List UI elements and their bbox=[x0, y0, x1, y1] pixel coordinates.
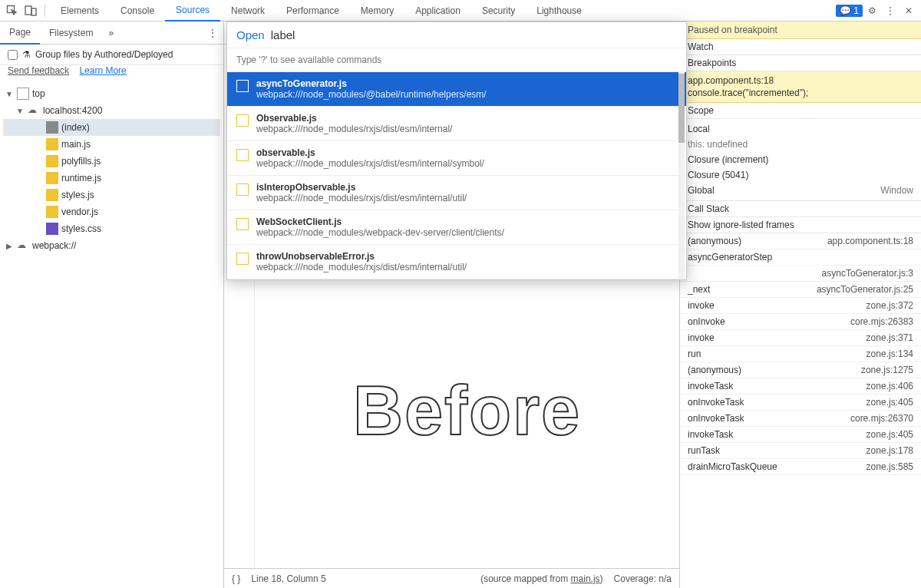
file-icon bbox=[46, 223, 58, 235]
callstack-section[interactable]: Call Stack bbox=[680, 201, 921, 217]
inspect-icon[interactable] bbox=[3, 2, 21, 20]
stack-frame[interactable]: runTaskzone.js:178 bbox=[680, 443, 921, 459]
file-icon bbox=[236, 149, 249, 161]
scope-local[interactable]: Local this: undefined Closure (increment… bbox=[680, 119, 921, 201]
cloud-icon: ☁ bbox=[17, 239, 29, 252]
file-icon bbox=[46, 172, 58, 184]
tree-file[interactable]: polyfills.js bbox=[3, 153, 220, 170]
quick-open-results: asyncToGenerator.jswebpack:///node_modul… bbox=[227, 72, 686, 279]
tab-performance[interactable]: Performance bbox=[276, 0, 350, 21]
stack-frame[interactable]: _nextasyncToGenerator.js:25 bbox=[680, 282, 921, 298]
stack-frame[interactable]: invokeTaskzone.js:406 bbox=[680, 378, 921, 395]
stack-frame[interactable]: asyncGeneratorStep bbox=[680, 249, 921, 266]
quick-open-item[interactable]: observable.jswebpack:///node_modules/rxj… bbox=[227, 141, 686, 176]
tree-file[interactable]: styles.css bbox=[3, 220, 220, 237]
stack-frame[interactable]: (anonymous)app.component.ts:18 bbox=[680, 233, 921, 249]
quick-open-item[interactable]: WebSocketClient.jswebpack:///node_module… bbox=[227, 210, 686, 245]
pretty-print-icon[interactable]: { } bbox=[232, 573, 240, 584]
kebab-icon[interactable]: ⋮ bbox=[881, 2, 900, 20]
stack-frame[interactable]: asyncToGenerator.js:3 bbox=[680, 266, 921, 282]
devtools-toolbar: ElementsConsoleSourcesNetworkPerformance… bbox=[0, 0, 921, 21]
chat-icon: 💬 bbox=[840, 5, 851, 16]
group-files-bar: ⚗ Group files by Authored/Deployed bbox=[0, 45, 223, 65]
source-map-note: (source mapped from main.js) bbox=[480, 573, 602, 584]
quick-open-item[interactable]: asyncToGenerator.jswebpack:///node_modul… bbox=[227, 72, 686, 107]
stack-frame[interactable]: runzone.js:134 bbox=[680, 346, 921, 362]
tree-file[interactable]: styles.js bbox=[3, 187, 220, 203]
scroll-thumb[interactable] bbox=[678, 74, 685, 143]
watch-section[interactable]: Watch bbox=[680, 39, 921, 55]
main-js-link[interactable]: main.js bbox=[571, 573, 600, 584]
stack-frame[interactable]: invokeTaskzone.js:405 bbox=[680, 427, 921, 443]
tree-file[interactable]: vendor.js bbox=[3, 203, 220, 220]
tab-page[interactable]: Page bbox=[0, 21, 40, 45]
stack-frame[interactable]: onInvokeTaskcore.mjs:26370 bbox=[680, 411, 921, 427]
quick-open-label: Open bbox=[236, 28, 265, 41]
svg-rect-2 bbox=[31, 8, 36, 15]
quick-open-item[interactable]: Observable.jswebpack:///node_modules/rxj… bbox=[227, 107, 686, 141]
cloud-icon: ☁ bbox=[28, 104, 40, 117]
breakpoints-section[interactable]: Breakpoints bbox=[680, 55, 921, 71]
tab-console[interactable]: Console bbox=[110, 0, 165, 21]
file-icon bbox=[236, 253, 249, 265]
paused-banner: Paused on breakpoint bbox=[680, 21, 921, 39]
quick-open-dialog: Open Type '?' to see available commands … bbox=[226, 21, 687, 280]
file-tree: ▼top ▼☁localhost:4200 (index)main.jspoly… bbox=[0, 82, 223, 588]
quick-open-item[interactable]: throwUnobservableError.jswebpack:///node… bbox=[227, 245, 686, 279]
tab-memory[interactable]: Memory bbox=[350, 0, 404, 21]
gear-icon[interactable]: ⚙ bbox=[863, 2, 881, 20]
coverage-note: Coverage: n/a bbox=[614, 573, 672, 584]
show-ignore-listed[interactable]: Show ignore-listed frames bbox=[680, 217, 921, 233]
file-icon bbox=[46, 206, 58, 218]
stack-frame[interactable]: (anonymous)zone.js:1275 bbox=[680, 362, 921, 378]
tab-filesystem[interactable]: Filesystem bbox=[40, 21, 102, 45]
scrollbar[interactable] bbox=[678, 72, 685, 279]
file-icon bbox=[236, 114, 249, 127]
tree-top[interactable]: ▼top bbox=[3, 85, 220, 102]
quick-open-item[interactable]: isInteropObservable.jswebpack:///node_mo… bbox=[227, 176, 686, 210]
tree-file[interactable]: main.js bbox=[3, 136, 220, 153]
stack-frame[interactable]: drainMicroTaskQueuezone.js:585 bbox=[680, 459, 921, 475]
file-icon bbox=[236, 80, 249, 92]
file-icon bbox=[46, 121, 58, 134]
group-files-input[interactable] bbox=[8, 50, 18, 60]
file-icon bbox=[46, 189, 58, 201]
file-icon bbox=[46, 155, 58, 167]
breakpoint-hit[interactable]: app.component.ts:18 console.trace("incre… bbox=[680, 71, 921, 103]
tab-sources[interactable]: Sources bbox=[165, 0, 220, 21]
tab-application[interactable]: Application bbox=[404, 0, 471, 21]
tab-lighthouse[interactable]: Lighthouse bbox=[526, 0, 593, 21]
more-tabs-icon[interactable]: » bbox=[102, 28, 120, 38]
sources-subtabs: Page Filesystem » ⋮ bbox=[0, 21, 223, 45]
file-icon bbox=[46, 138, 58, 150]
issues-badge[interactable]: 💬1 bbox=[836, 5, 863, 17]
group-files-checkbox[interactable]: ⚗ Group files by Authored/Deployed bbox=[8, 49, 216, 60]
stack-frame[interactable]: onInvokeTaskzone.js:405 bbox=[680, 395, 921, 411]
send-feedback-link[interactable]: Send feedback bbox=[8, 65, 69, 76]
stack-frame[interactable]: onInvokecore.mjs:26383 bbox=[680, 314, 921, 330]
tab-elements[interactable]: Elements bbox=[50, 0, 110, 21]
stack-frame[interactable]: invokezone.js:372 bbox=[680, 298, 921, 314]
scope-section[interactable]: Scope bbox=[680, 103, 921, 119]
stack-frame[interactable]: invokezone.js:371 bbox=[680, 330, 921, 346]
overlay-label: Before bbox=[353, 405, 581, 418]
learn-more-link[interactable]: Learn More bbox=[79, 65, 126, 76]
tree-webpack[interactable]: ▶☁webpack:// bbox=[3, 237, 220, 254]
call-stack-list: (anonymous)app.component.ts:18asyncGener… bbox=[680, 233, 921, 588]
close-icon[interactable]: ✕ bbox=[900, 2, 918, 20]
tree-file[interactable]: runtime.js bbox=[3, 170, 220, 187]
tree-host[interactable]: ▼☁localhost:4200 bbox=[3, 102, 220, 119]
flask-icon: ⚗ bbox=[22, 49, 31, 60]
quick-open-hint: Type '?' to see available commands bbox=[227, 48, 686, 72]
status-bar: { } Line 18, Column 5 (source mapped fro… bbox=[224, 568, 679, 588]
device-icon[interactable] bbox=[21, 2, 40, 20]
quick-open-input[interactable] bbox=[271, 28, 677, 41]
file-icon bbox=[236, 218, 249, 230]
cursor-position: Line 18, Column 5 bbox=[251, 573, 325, 584]
kebab-icon[interactable]: ⋮ bbox=[202, 28, 223, 38]
tree-file[interactable]: (index) bbox=[3, 119, 220, 136]
svg-rect-1 bbox=[25, 6, 31, 15]
tab-security[interactable]: Security bbox=[471, 0, 526, 21]
tab-network[interactable]: Network bbox=[220, 0, 276, 21]
file-icon bbox=[236, 183, 249, 196]
